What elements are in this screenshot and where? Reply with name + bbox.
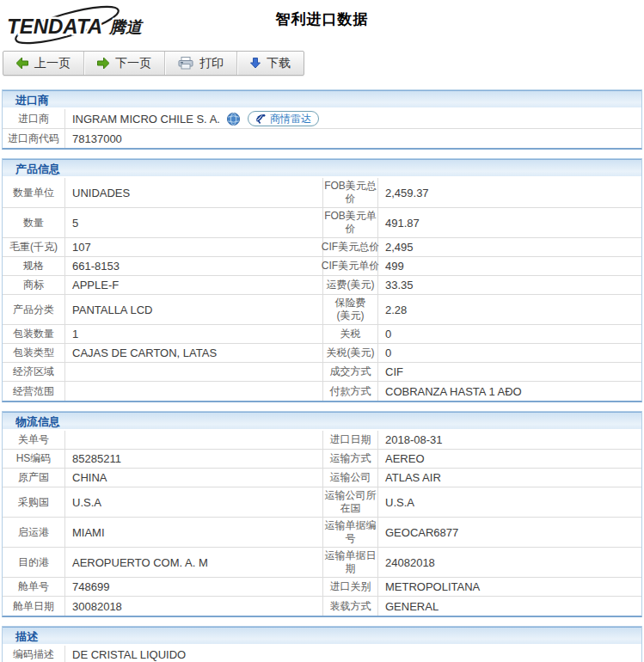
field-value: AEROPUERTO COM. A. M: [65, 548, 323, 578]
field-value-text: 0: [385, 346, 391, 359]
field-value-text: AEROPUERTO COM. A. M: [72, 556, 208, 569]
field-label: 运输单据编 号: [323, 518, 378, 548]
field-label: 关税: [323, 325, 378, 344]
field-label-text: 数量单位: [13, 187, 54, 199]
download-button[interactable]: 下载: [237, 52, 304, 75]
field-label-text: 关税: [340, 328, 361, 340]
field-value-text: 2018-08-31: [385, 433, 443, 446]
importer-section: 进口商 进口商INGRAM MICRO CHILE S. A.商情雷达进口商代码…: [2, 89, 642, 150]
field-label-text: 关单号: [18, 433, 49, 446]
field-label-text: 成交方式: [330, 365, 371, 378]
field-label-text: 舱单日期: [13, 600, 54, 613]
field-label-text: 装载方式: [330, 600, 371, 613]
field-label-text: 商标: [23, 279, 44, 291]
business-radar-badge[interactable]: 商情雷达: [248, 111, 319, 126]
field-value-text: AEREO: [385, 452, 425, 465]
field-value: GENERAL: [378, 597, 641, 616]
field-value-text: 748699: [72, 580, 109, 593]
field-label-text: FOB美元单 价: [324, 210, 377, 236]
field-value-text: 2,459.37: [385, 187, 429, 199]
field-label: 运输方式: [323, 450, 378, 469]
field-value: MIAMI: [65, 518, 323, 548]
prev-page-label: 上一页: [34, 56, 71, 71]
field-value-text: UNIDADES: [72, 187, 130, 199]
field-value: APPLE-F: [65, 276, 323, 295]
field-value: 661-8153: [65, 257, 323, 276]
download-label: 下载: [267, 56, 291, 71]
field-value: PANTALLA LCD: [65, 295, 323, 325]
field-value-text: CIF: [385, 365, 403, 378]
field-label-text: 舱单号: [18, 580, 49, 593]
field-value: 5: [65, 208, 323, 238]
field-label: 编码描述: [3, 646, 65, 662]
field-label-text: 运输单据编 号: [325, 519, 377, 545]
field-value-text: U.S.A: [72, 496, 101, 509]
arrow-right-icon: [97, 58, 109, 69]
field-label-text: 包装数量: [13, 328, 54, 340]
field-label-text: 启运港: [18, 526, 49, 539]
field-label-text: 包装类型: [13, 346, 54, 359]
field-label-text: 采购国: [18, 496, 49, 509]
field-value: GEOCAR6877: [378, 518, 641, 548]
field-value: CAJAS DE CARTON, LATAS: [65, 344, 323, 363]
field-value: 2018-08-31: [378, 431, 641, 450]
field-label: 运输公司所 在国: [323, 487, 378, 518]
field-label: 保险费(美元): [323, 295, 378, 325]
field-value-text: 491.87: [385, 217, 420, 230]
field-label: 关税(美元): [323, 344, 378, 363]
field-value: 85285211: [65, 450, 323, 469]
field-value: U.S.A: [65, 487, 323, 518]
field-value: ATLAS AIR: [378, 469, 641, 487]
field-label: 舱单号: [3, 578, 65, 597]
print-button[interactable]: 打印: [165, 52, 237, 75]
field-label: 数量单位: [3, 178, 65, 208]
globe-icon[interactable]: [227, 113, 240, 126]
field-value-text: 24082018: [385, 556, 435, 569]
field-label: 运输公司: [323, 469, 378, 487]
field-value: 107: [65, 238, 323, 257]
field-value-text: U.S.A: [385, 496, 414, 509]
field-label-text: 运输方式: [330, 452, 371, 465]
field-label-text: 经济区域: [13, 365, 54, 378]
prev-page-button[interactable]: 上一页: [3, 52, 84, 75]
field-value-text: METROPOLITANA: [385, 580, 480, 593]
field-value: [65, 382, 323, 401]
field-label: 商标: [3, 276, 65, 295]
field-label: FOB美元单 价: [323, 208, 378, 238]
field-label-text: 进口商: [18, 113, 49, 126]
field-label-text: HS编码: [16, 452, 52, 465]
field-label-text: 进口日期: [330, 433, 371, 446]
field-value: UNIDADES: [65, 178, 323, 208]
field-value-text: DE CRISTAL LIQUIDO: [72, 648, 186, 661]
field-label: 装载方式: [323, 597, 378, 616]
field-label-text: FOB美元总 价: [324, 180, 377, 205]
field-value: 748699: [65, 578, 323, 597]
field-label: 运输单据日 期: [323, 548, 378, 578]
field-label-text: 关税(美元): [327, 346, 375, 359]
field-value: CIF: [378, 363, 641, 382]
field-value: 2,495: [378, 238, 641, 257]
field-value: CHINA: [65, 469, 323, 487]
field-value: 78137000: [65, 129, 641, 148]
field-label-text: 付款方式: [330, 385, 371, 398]
field-label-text: 原产国: [18, 471, 49, 484]
field-label-text: 运输单据日 期: [325, 549, 377, 575]
field-value-text: 5: [72, 217, 78, 230]
field-label: 成交方式: [323, 363, 378, 382]
radar-badge-label: 商情雷达: [270, 112, 311, 126]
field-value: 30082018: [65, 597, 323, 616]
field-value-text: 1: [72, 328, 78, 340]
field-value-text: COBRANZA HASTA 1 AĐO: [385, 385, 522, 398]
next-page-button[interactable]: 下一页: [84, 52, 165, 75]
field-label-text: 进口商代码: [8, 132, 59, 145]
page-header: TENDATA 腾道 智利进口数据: [0, 0, 644, 48]
record-detail: 进口商 进口商INGRAM MICRO CHILE S. A.商情雷达进口商代码…: [2, 89, 642, 662]
field-label: 进口关别: [323, 578, 378, 597]
field-value-text: 33.35: [385, 279, 414, 291]
logistics-info-table: 关单号进口日期2018-08-31HS编码85285211运输方式AEREO原产…: [3, 431, 641, 616]
field-value-text: 78137000: [72, 132, 122, 145]
field-label: 规格: [3, 257, 65, 276]
arrow-left-icon: [16, 58, 28, 69]
field-value-text: 0: [385, 328, 391, 340]
logistics-info-section: 物流信息 关单号进口日期2018-08-31HS编码85285211运输方式AE…: [2, 411, 642, 617]
